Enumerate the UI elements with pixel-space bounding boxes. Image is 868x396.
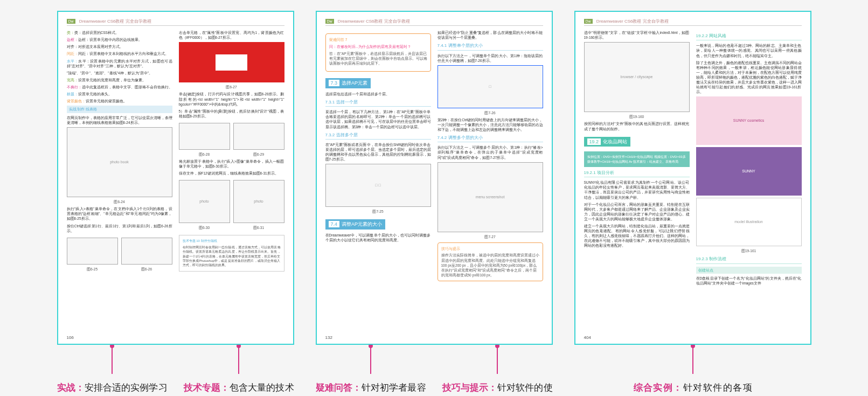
caption-5-col: 综合实例：针对软件的各项重要技术进行综合练习。 [634,345,752,396]
qa-a: 答：在"AP元素"面板中，若选择显示层级然后，并且该层已有元素被加在它层级中，则… [329,51,427,66]
sub-7-3-1: 7.3.1 选择一个层 [325,99,431,107]
p1-p12: 执行"插入>表格"菜单命令，在文档中插入1个行3列的表格，设置表格的"边框粗细"… [67,206,172,221]
p1-r3: 5）单击"属性"面板中的[刷新]按钮，然后切换到"设计"视图，表格如图6-29所… [179,109,284,119]
page-1-wrapper: Dw Dreamweaver CS6教程 完全自学教程 类：类：选择设置的CSS… [57,11,294,396]
page1-col-right: 右击单元格，在"属性"面板中设置宽、高均为1，背景颜色为红色（#FF0000），… [179,30,284,274]
page-2-wrapper: Dw Dreamweaver CS6教程 完全自学教程 疑难问答 7 问：在修改… [316,11,553,396]
fig-6-31: photo [233,180,284,223]
dw-badge: Dw [325,19,334,24]
page1-header: Dw Dreamweaver CS6教程 完全自学教程 [67,18,284,26]
page2-captions-row: 疑难问答：针对初学者最容易疑惑的各种问题进行解答。 技巧与提示：针对软件的使用技… [316,345,553,396]
page3-columns: 选中"明星物管"文字，在"链接"文字框中输入index8.html，如图19-1… [584,30,802,288]
p2-r3: 第2种：在按住Ctrl键的同时用键盘上的方向键来调整层的大小，一次只能调整一个像… [438,117,543,132]
sub-7-3-2: 7.3.2 选择多个层 [325,132,431,140]
sub-19-2-3: 19.2.3 制作流程 [696,256,802,263]
caption-1-lead: 实战： [57,383,85,393]
sub-7-4-2: 7.4.2 调整多个层的大小 [438,135,543,142]
page-3-wrapper: Dw Dreamweaver CS6教程 完全自学教程 选中"明星物管"文字，在… [574,11,811,396]
caption-1: 实战：安排合适的实例学习软件的各种工具、命令及重点技术。 [57,380,168,396]
cos-thumb-1: SUNNY cosmetics [696,96,802,145]
p3-l1: 选中"明星物管"文字，在"链接"文字框中输入index8.html，如图19-1… [584,30,690,40]
page1-num: 106 [67,335,74,341]
s732-t: 在"AP元素"面板或者页面中，在单击按住Shift键的同时依次单击要选择的层，即… [325,142,431,162]
p1-l4: 间距：设置表格中文本到格线的水平方向和垂直方式。 [78,52,169,55]
p3-r2: 除了主色调之外，颜色的搭配也很重要。主色调虽不同的网站会有种种不同的效果，一般来… [696,60,802,95]
caption-5: 综合实例：针对软件的各项重要技术进行综合练习。 [634,380,752,396]
s74-t: 在Dreamweaver中，可以调整单个层的大小，也可以同时调整多个层的大小以使… [325,233,431,242]
sec-7-3: 7.3选择AP元素 [325,78,371,88]
pointer-5 [634,344,752,374]
page1-captions-row: 实战：安排合适的实例学习软件的各种工具、命令及重点技术。 技术专题：包含大量的技… [57,345,294,396]
s731-t: 要选择一个层，有以下几种方法。第1种：在"AP元素"面板中单击将要选择的层的名称… [325,109,431,129]
page-1: Dw Dreamweaver CS6教程 完全自学教程 类：类：选择设置的CSS… [57,11,294,345]
caption-4-col: 技巧与提示：针对软件的使用技巧及实例操作过程中的难点进行重点提示。 [442,345,553,396]
practice-bar: 实战 制作 线表格 [67,106,172,113]
p3-step: 在D盘根目录下创建一个名为"化妆品网站"的文件夹，然后在"化妆品网站"文件夹中创… [696,276,802,286]
page2-col-left: 疑难问答 7 问：在修改时后...为什么制作的层有及最有延时？ 答：在"AP元素… [325,30,431,284]
p1-l8: 选中此复选框后，表格中文字、图形将不会自动换行。 [82,85,172,89]
p1-l1: 类：选择设置的CSS样式。 [74,31,119,34]
tech-body: 有时制作网页时会使用到一些分隔线，通过表格方式，可以使用表格分隔线。设置所需单元… [183,246,281,267]
cos-thumb-2: SUNNY [696,147,802,196]
pointer-4 [442,344,553,374]
caption-3-col: 疑难问答：针对初学者最容易疑惑的各种问题进行解答。 [316,345,426,396]
caption-5-lead: 综合实例： [634,383,683,393]
p1-l7: 设置单元格的宽度和高度，单位为像素。 [78,78,146,82]
p1-r4: 将光标放置于表格中，执行"插入>图像"菜单命令，插入一幅图像于单元格中，如图6-… [179,159,284,169]
create-site-bar: 创建站点 [696,267,802,274]
p1-l5: 水平：设置表格中的元素的水平对齐方式，如图也可选择"左对齐"、"居中对齐"三种，… [67,59,172,68]
page1-col-left: 类：类：选择设置的CSS样式。 边框：边框：设置单元格中内容的边线效果。 对齐：… [67,30,172,274]
p3-p1: SUNNY化妆品有限公司需要求为其制作一个公司网站。该公司化妆品的年轻女性客户，… [584,180,690,199]
pointer-2 [184,344,294,374]
page3-col-left: 选中"明星物管"文字，在"链接"文字框中输入index8.html，如图19-1… [584,30,690,288]
brand: Dreamweaver CS6教程 [79,19,124,24]
qa-title: 疑难问答 7 [329,37,427,43]
page2-columns: 疑难问答 7 问：在修改时后...为什么制作的层有及最有延时？ 答：在"AP元素… [325,30,543,284]
cos-thumb-3: model illustration [696,198,802,246]
page2-num: 132 [325,335,332,341]
p1-p13: 按住Ctrl键选择第1行、最后1行、第1列和最后1列，如图6-26所示。 [67,224,172,233]
qa-box: 疑难问答 7 问：在修改时后...为什么制作的层有及最有延时？ 答：在"AP元素… [325,33,431,72]
pointer-3 [316,344,426,374]
sec-19-2: 19.2化妆品网站 [584,137,631,147]
fig-6-30: photo [179,180,230,223]
tech-topic-box: 技术专题 10 制作分隔线 有时制作网页时会使用到一些分隔线，通过表格方式，可以… [179,235,284,271]
fig-7-25: □ □ [325,164,431,207]
fig-7-26: □ [438,65,543,108]
p3-l2: 按照同样的方法对"文件"面板中的其他页面进行设置。这样就完成了整个网站的制作。 [584,121,690,131]
fig-6-29 [233,123,284,150]
p2-r1: 如果已经选中"防止重叠"复选框，那么在调整层的大小时将不能使该层与另一个层重叠。 [438,30,543,40]
sub-19-2-1: 19.2.1 项目分析 [584,170,690,177]
caption-2: 技术专题：包含大量的技术性知识点详解，让读者深入掌握软件的各项技术。 [184,380,294,396]
fig-6-28 [179,123,230,150]
p2-r2: 执行以下方法之一，可调整单个层的大小。第1种：拖动该层的任意大小调整柄，如图7-… [438,53,543,63]
caption-1-col: 实战：安排合适的实例学习软件的各种工具、命令及重点技术。 [57,345,168,396]
page-spread: Dw Dreamweaver CS6教程 完全自学教程 类：类：选择设置的CSS… [11,11,857,396]
page-3: Dw Dreamweaver CS6教程 完全自学教程 选中"明星物管"文字，在… [574,11,811,345]
page3-header: Dw Dreamweaver CS6教程 完全自学教程 [584,18,802,26]
p1-r5: 保存文件，按F12键浏览网页，细线表格效果如图6-31所示。 [179,171,284,176]
tech-title: 技术专题 10 制作分隔线 [183,239,281,243]
red-table-grid [179,42,284,82]
sub-7-4-1: 7.4.1 调整单个层的大小 [438,43,543,50]
page3-col-right: 19.2.2 网站风格 一般来说，网站的色彩不超过3种。网站的标志、主菜单和主色… [696,30,802,288]
fig-19-160: browser / cityscape [584,42,690,112]
caption-3: 疑难问答：针对初学者最容易疑惑的各种问题进行解答。 [316,380,426,396]
p1-p11: 在网页制作中，表格的应用非常广泛，它可以使层次清晰，条理更清晰，本例的细线表格效… [67,115,172,125]
p1-l6: "顶端"、"居中"、"底部"、"基线"4种，默认为"居中"。 [67,71,172,75]
p3-p2: 对于一个化妆品公司而言，网站的形象至关重要。特别是在互联网时代，大多客户都是通过… [584,202,690,221]
sec-7-4: 7.4调整AP元素的大小 [325,219,386,230]
pointer-1 [57,344,168,374]
s73-intro: 选择层包括选择一个层和选择多个层。 [325,92,431,96]
caption-3-lead: 疑难问答： [316,383,362,393]
page3-captions-row: 综合实例：针对软件的各项重要技术进行综合练习。 [574,345,811,396]
caption-2-col: 技术专题：包含大量的技术性知识点详解，让读者深入掌握软件的各项技术。 [184,345,294,396]
p1-r1: 右击单元格，在"属性"面板中设置宽、高均为1，背景颜色为红色（#FF0000），… [179,30,284,40]
fig-6-25 [67,238,118,265]
fig-6-26 [121,238,172,265]
fig-7-27: menu screenshot [438,162,543,232]
page2-col-right: 如果已经选中"防止重叠"复选框，那么在调整层的大小时将不能使该层与另一个层重叠。… [438,30,543,284]
p1-r2: 单击[确定]按钮，打开代码与设计视图共享，如图6-28所示。删除所有的<td w… [179,92,284,106]
example-info: 实例位置：DVD>实例文件>CH19>化妆品网站 视频位置：DVD>03多媒体教… [584,151,690,167]
qa-q: 问：在修改时后...为什么制作的层有及最有延时？ [329,44,427,49]
